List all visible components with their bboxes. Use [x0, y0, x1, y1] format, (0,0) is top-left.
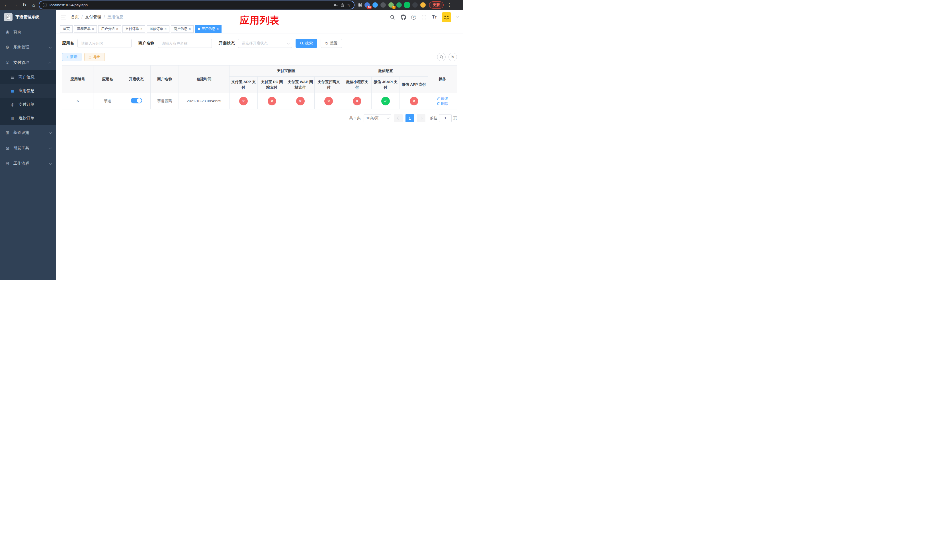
extension-icon-1[interactable]: 10	[365, 2, 370, 8]
status-select[interactable]: 请选择开启状态	[238, 39, 292, 48]
sidebar-item-merchant-info[interactable]: ▤ 商户信息	[0, 70, 56, 84]
page-number-button[interactable]: 1	[406, 114, 414, 122]
bookmark-star-icon[interactable]: ☆	[347, 3, 351, 8]
page-size-select[interactable]: 10条/页	[364, 114, 391, 122]
chrome-update-button[interactable]: 更新	[429, 2, 443, 9]
tab-user-group[interactable]: 用户分组 ×	[98, 25, 121, 33]
user-avatar[interactable]	[442, 12, 451, 22]
tab-process-form[interactable]: 流程表单 ×	[74, 25, 97, 33]
merchant-name-input[interactable]	[158, 39, 212, 48]
reload-icon[interactable]: ↻	[21, 2, 28, 9]
toolbox-icon: ⊠	[5, 145, 10, 151]
close-tab-icon[interactable]: ×	[92, 27, 94, 31]
next-page-button[interactable]	[417, 114, 425, 122]
extension-icon-5[interactable]	[396, 2, 402, 8]
edit-link[interactable]: 修改	[437, 96, 448, 101]
close-tab-icon[interactable]: ×	[165, 27, 166, 31]
delete-link-label: 删除	[441, 101, 448, 106]
sidebar-item-pay-orders[interactable]: ◎ 支付订单	[0, 98, 56, 111]
tab-pay-orders[interactable]: 支付订单 ×	[123, 25, 145, 33]
tab-label: 应用信息	[201, 26, 215, 31]
avatar-caret-icon[interactable]	[456, 15, 459, 18]
toggle-search-button[interactable]	[437, 53, 446, 61]
site-info-icon[interactable]: i	[43, 3, 47, 7]
sidebar-item-infrastructure[interactable]: ⊞ 基础设施	[0, 125, 56, 141]
key-icon[interactable]	[334, 3, 338, 7]
app-name-input[interactable]	[77, 39, 132, 48]
close-tab-icon[interactable]: ×	[116, 27, 118, 31]
prev-page-button[interactable]	[394, 114, 402, 122]
font-size-icon[interactable]: TT	[432, 15, 437, 20]
breadcrumb-separator: /	[104, 15, 105, 20]
extensions-area: 10 1	[356, 2, 427, 8]
forward-icon[interactable]: →	[12, 2, 19, 9]
help-icon[interactable]: ?	[411, 15, 416, 20]
home-icon[interactable]: ⌂	[30, 2, 37, 9]
yuan-icon: ¥	[5, 61, 10, 65]
extensions-puzzle-icon[interactable]	[357, 3, 362, 8]
close-tab-icon[interactable]: ×	[189, 27, 191, 31]
reset-button[interactable]: ↻ 重置	[321, 39, 342, 48]
tab-refund-orders[interactable]: 退款订单 ×	[147, 25, 169, 33]
extension-icon-2[interactable]	[372, 2, 378, 8]
edit-link-label: 修改	[441, 96, 448, 101]
sidebar-item-workflow[interactable]: ⊟ 工作流程	[0, 156, 56, 171]
app-name-label: 应用名	[62, 41, 74, 46]
search-button-label: 搜索	[305, 41, 313, 46]
close-tab-icon[interactable]: ×	[141, 27, 142, 31]
chevron-down-icon	[49, 162, 52, 165]
search-button[interactable]: 搜索	[295, 39, 317, 48]
col-actions: 操作	[428, 65, 457, 93]
back-icon[interactable]: ←	[3, 2, 10, 9]
merchant-card-icon: ▤	[10, 75, 15, 79]
pagination: 共 1 条 10条/页 1 前往 页	[62, 114, 457, 122]
tab-app-info[interactable]: 应用信息 ×	[195, 25, 221, 33]
share-icon[interactable]	[340, 3, 344, 7]
search-icon[interactable]	[390, 14, 395, 20]
tab-label: 支付订单	[125, 26, 139, 31]
sidebar-item-label: 支付订单	[18, 102, 35, 107]
enabled-check-icon: ✓	[381, 97, 390, 105]
chevron-down-icon	[49, 45, 52, 48]
col-alipay-pc: 支付宝 PC 网站支付	[258, 76, 286, 93]
delete-link[interactable]: 删除	[437, 101, 448, 106]
fullscreen-icon[interactable]	[421, 14, 427, 20]
breadcrumb-home[interactable]: 首页	[71, 15, 79, 20]
tab-home[interactable]: 首页	[60, 25, 73, 33]
sidebar-collapse-icon[interactable]	[61, 15, 67, 20]
sidebar-item-dev-tools[interactable]: ⊠ 研发工具	[0, 141, 56, 156]
browser-menu-kebab-icon[interactable]: ⋮	[446, 2, 453, 9]
chevron-down-icon	[49, 147, 52, 149]
chevron-down-icon	[287, 42, 290, 44]
chevron-down-icon	[49, 131, 52, 134]
breadcrumb-payment[interactable]: 支付管理	[85, 15, 101, 20]
extension-icon-4[interactable]: 1	[388, 2, 394, 8]
extension-icon-8[interactable]	[420, 2, 426, 8]
status-toggle-on[interactable]	[131, 98, 142, 103]
status-select-placeholder: 请选择开启状态	[242, 41, 268, 46]
extension-icon-6[interactable]	[404, 2, 410, 8]
col-alipay-wap: 支付宝 WAP 网站支付	[286, 76, 315, 93]
sidebar-item-home[interactable]: ◉ 首页	[0, 24, 56, 39]
github-icon[interactable]	[400, 14, 406, 20]
sidebar-item-refund-orders[interactable]: ▥ 退款订单	[0, 111, 56, 125]
tab-merchant-info[interactable]: 商户信息 ×	[171, 25, 194, 33]
col-wechat-jsapi: 微信 JSAPI 支付	[371, 76, 400, 93]
extension-icon-7[interactable]	[412, 2, 418, 8]
refresh-table-button[interactable]: ↻	[448, 53, 457, 61]
extension-icon-3[interactable]	[380, 2, 386, 8]
extension-badge: 1	[392, 6, 395, 9]
cell-wechat-lite: ✕	[343, 93, 371, 109]
cell-merchant: 芋道源码	[151, 93, 179, 109]
goto-page-input[interactable]	[439, 114, 452, 122]
sidebar-item-payment[interactable]: ¥ 支付管理	[0, 55, 56, 70]
tab-label: 首页	[63, 26, 70, 31]
add-button[interactable]: + 新增	[62, 53, 82, 61]
sidebar-item-app-info[interactable]: ▦ 应用信息	[0, 84, 56, 98]
export-button[interactable]: 导出	[84, 53, 105, 61]
sidebar-item-system[interactable]: ⚙ 系统管理	[0, 39, 56, 55]
close-tab-icon[interactable]: ×	[217, 27, 219, 31]
address-bar[interactable]: i localhost:1024/pay/app ☆	[39, 1, 354, 9]
app-logo-row[interactable]: 芋道管理系统	[0, 10, 56, 24]
col-alipay-app: 支付宝 APP 支付	[229, 76, 258, 93]
